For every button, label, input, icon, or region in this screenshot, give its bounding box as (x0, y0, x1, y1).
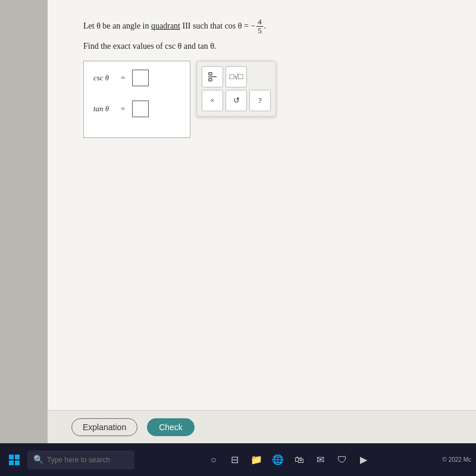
tan-equals: = (121, 104, 125, 114)
taskbar-search[interactable]: 🔍 (27, 450, 134, 469)
content-area: Let θ be an angle in quadrant III such t… (48, 0, 476, 150)
svg-rect-6 (15, 461, 20, 465)
sqrt-key[interactable]: □√□ (226, 66, 247, 87)
csc-input[interactable] (132, 70, 149, 86)
input-area: csc θ = tan θ = (83, 61, 452, 138)
help-key[interactable]: ? (249, 90, 271, 111)
tan-input[interactable] (132, 101, 149, 117)
csc-label: csc θ (93, 73, 116, 83)
help-key-label: ? (258, 96, 262, 105)
svg-rect-4 (15, 455, 20, 459)
svg-rect-2 (209, 79, 212, 81)
taskbar-copyright: © 2022 Mc (442, 456, 471, 463)
taskbar-search-input[interactable] (47, 456, 118, 464)
taskbar-cortana-icon[interactable]: ○ (205, 452, 222, 468)
undo-key[interactable]: ↺ (226, 90, 247, 111)
sqrt-key-label: □√□ (230, 72, 243, 82)
taskbar-store-icon[interactable]: 🛍 (291, 452, 308, 468)
fraction-denominator: 5 (256, 27, 263, 35)
taskbar: 🔍 ○ ⊟ 📁 🌐 🛍 ✉ 🛡 ▶ © 2022 Mc (0, 443, 476, 476)
explanation-button[interactable]: Explanation (71, 418, 137, 436)
fraction-numerator: 4 (256, 18, 263, 27)
taskbar-multitask-icon[interactable]: ⊟ (227, 452, 243, 468)
taskbar-center-icons: ○ ⊟ 📁 🌐 🛍 ✉ 🛡 ▶ (138, 452, 439, 468)
problem-text-pre: Let θ be an angle in (83, 21, 151, 30)
problem-text-mid: III such that cos θ = − (180, 21, 255, 30)
problem-text-post: . (264, 21, 267, 30)
csc-equals: = (121, 73, 125, 83)
paper: Let θ be an angle in quadrant III such t… (48, 0, 476, 443)
taskbar-mail-icon[interactable]: ✉ (312, 452, 329, 468)
bottom-bar: Explanation Check (48, 410, 476, 443)
taskbar-security-icon[interactable]: 🛡 (334, 452, 350, 468)
svg-rect-3 (9, 455, 14, 459)
csc-row: csc θ = (93, 70, 180, 86)
tan-label: tan θ (93, 104, 116, 114)
undo-key-label: ↺ (233, 96, 240, 105)
multiply-key[interactable]: × (202, 90, 223, 111)
taskbar-folder-icon[interactable]: 📁 (248, 452, 265, 468)
left-border (0, 0, 48, 443)
svg-rect-0 (209, 73, 212, 75)
start-button[interactable] (5, 450, 24, 469)
svg-rect-5 (9, 461, 14, 465)
screen: Let θ be an angle in quadrant III such t… (0, 0, 476, 476)
quadrant-word: quadrant (151, 21, 180, 30)
tan-row: tan θ = (93, 101, 180, 117)
math-keyboard: □√□ × ↺ ? (196, 61, 276, 117)
problem-line2: Find the exact values of csc θ and tan θ… (83, 42, 452, 51)
find-text-content: Find the exact values of csc θ and tan θ… (83, 42, 216, 51)
multiply-key-label: × (210, 96, 214, 105)
taskbar-edge-icon[interactable]: 🌐 (270, 452, 286, 468)
problem-line1: Let θ be an angle in quadrant III such t… (83, 18, 452, 36)
taskbar-media-icon[interactable]: ▶ (355, 452, 372, 468)
check-button[interactable]: Check (147, 418, 195, 436)
fraction-key[interactable] (202, 66, 223, 87)
empty-key (249, 66, 271, 87)
fraction: 45 (256, 18, 263, 36)
taskbar-search-icon: 🔍 (33, 455, 43, 465)
answer-box: csc θ = tan θ = (83, 61, 190, 138)
